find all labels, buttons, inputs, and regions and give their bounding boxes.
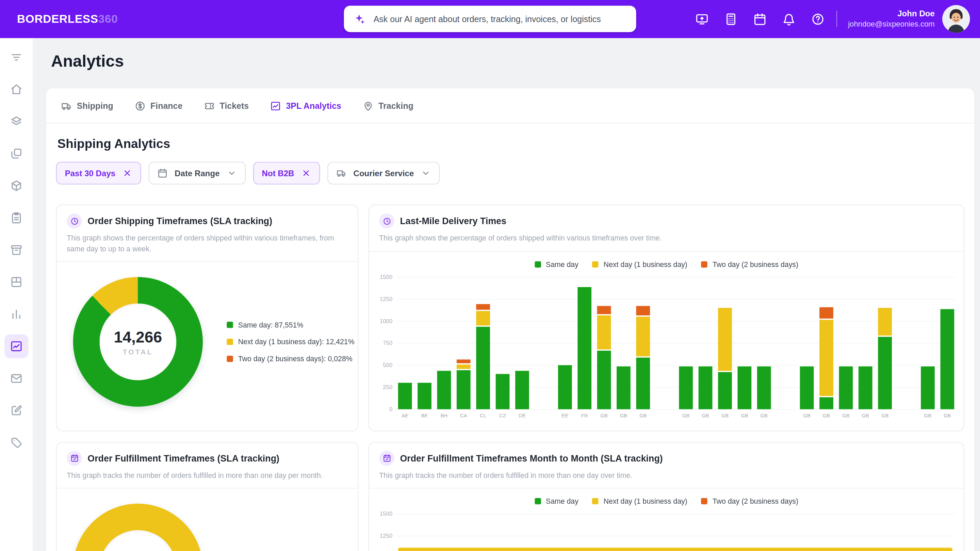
sidebar-item-line-chart[interactable] (5, 334, 28, 358)
brand-logo[interactable]: BORDERLESS360 (17, 12, 118, 25)
tab-tickets[interactable]: Tickets (204, 101, 249, 111)
bar-segment (597, 351, 611, 409)
legend-item[interactable]: Next day (1 business day) (592, 498, 687, 505)
legend-swatch (592, 261, 599, 268)
card-title: Order Fulfillment Timeframes (SLA tracki… (88, 453, 279, 463)
legend-item[interactable]: Two day (2 business days): 0,028% (227, 356, 354, 363)
bar-GB: GB (839, 367, 853, 409)
tab-3pl-analytics[interactable]: 3PL Analytics (270, 101, 341, 111)
bar-segment (819, 398, 833, 409)
bar-segment (578, 287, 592, 409)
ai-search-bar[interactable] (344, 6, 636, 32)
sidebar-item-mail[interactable] (5, 366, 28, 390)
legend-item[interactable]: Two day (2 business days) (701, 498, 798, 505)
legend-item[interactable]: Next day (1 business day): 12,421% (227, 338, 354, 346)
card-order-fulfillment-month-to-month: Order Fulfillment Timeframes Month to Mo… (369, 442, 964, 551)
legend-swatch (592, 498, 599, 505)
y-axis-tick: 500 (383, 362, 392, 368)
avatar[interactable] (942, 5, 970, 33)
bars: AEBEBHCACLCZDEEEFRGBGBGBGBGBGBGBGBGBGBGB… (398, 287, 956, 409)
filter-date-range[interactable]: Date Range (149, 162, 245, 185)
bar-BH: BH (437, 371, 451, 409)
chart-legend: Same dayNext day (1 business day)Two day… (374, 257, 959, 277)
x-axis-label: GB (682, 413, 689, 419)
legend-label: Two day (2 business days) (713, 498, 798, 505)
chip-close-button[interactable] (301, 168, 311, 178)
sidebar-item-home[interactable] (5, 78, 28, 102)
chip-chevron-down-button[interactable] (421, 168, 431, 178)
legend-item[interactable]: Same day: 87,551% (227, 321, 354, 329)
copy-stack-icon (10, 147, 23, 160)
filter-not-b2b[interactable]: Not B2B (253, 162, 320, 185)
line-chart-icon (10, 340, 23, 353)
x-axis-label: GB (823, 413, 830, 419)
filter-label: Not B2B (262, 168, 294, 178)
legend-item[interactable]: Same day (535, 498, 579, 505)
filters-row: Past 30 DaysDate RangeNot B2BCourier Ser… (56, 162, 964, 185)
x-axis-label: GB (741, 413, 748, 419)
sidebar-item-bar-chart[interactable] (5, 302, 28, 326)
sidebar-item-layers[interactable] (5, 110, 28, 133)
x-axis-label: GB (881, 413, 888, 419)
x-axis-label: GB (862, 413, 869, 419)
x-axis-label: GB (702, 413, 709, 419)
tab-shipping[interactable]: Shipping (61, 101, 113, 111)
screen-share-button[interactable] (695, 12, 709, 25)
legend-item[interactable]: Two day (2 business days) (701, 260, 798, 268)
filter-courier-service[interactable]: Courier Service (328, 162, 440, 185)
user-meta: John Doe johndoe@sixpeonies.com (848, 8, 935, 29)
tab-tracking[interactable]: Tracking (363, 101, 414, 111)
card-title: Order Shipping Timeframes (SLA tracking) (88, 216, 272, 226)
card-header: Last-Mile Delivery Times This graph show… (369, 205, 964, 251)
y-axis-tick: 1500 (380, 274, 392, 280)
ai-search-input[interactable] (372, 14, 627, 24)
legend-item[interactable]: Same day (535, 260, 579, 268)
tab-finance[interactable]: Finance (135, 101, 183, 111)
bar-segment (476, 305, 490, 310)
grid-line (397, 514, 956, 514)
bar-segment (718, 308, 732, 371)
chip-close-button[interactable] (123, 168, 133, 178)
help-circle-button[interactable] (811, 12, 825, 25)
x-axis-label: GB (943, 413, 951, 419)
bell-button[interactable] (783, 12, 796, 25)
donut-total-value: 14,266 (114, 328, 162, 346)
y-axis-tick: 1000 (380, 318, 392, 324)
y-axis-tick: 1250 (380, 295, 392, 302)
legend-label: Next day (1 business day): 12,421% (238, 338, 355, 346)
sidebar-item-shelf-grid[interactable] (5, 270, 28, 294)
grid-line (397, 409, 956, 410)
archive-box-icon (10, 243, 23, 256)
card-subtitle: This graph tracks the number of orders f… (67, 470, 348, 481)
calendar-button[interactable] (754, 12, 767, 25)
sidebar-item-tag[interactable] (5, 430, 28, 454)
legend-item[interactable]: Next day (1 business day) (592, 260, 687, 268)
sidebar-item-cube[interactable] (5, 174, 28, 198)
bar-GB: GB (757, 367, 771, 409)
y-axis-tick: 1250 (380, 533, 392, 540)
sidebar-item-clipboard-list[interactable] (5, 206, 28, 230)
sidebar-item-copy-stack[interactable] (5, 141, 28, 165)
bar-GB: GB (878, 308, 892, 409)
bell-icon (783, 12, 796, 25)
sidebar-item-filter-lines[interactable] (5, 45, 28, 69)
bar-chart-body: Same dayNext day (1 business day)Two day… (369, 252, 964, 430)
card-icon-badge (379, 451, 394, 465)
x-axis-label: GB (620, 413, 627, 419)
clock-icon (382, 217, 391, 225)
chip-leading-icon (337, 168, 347, 178)
sidebar-item-edit-square[interactable] (5, 399, 28, 422)
bar-segment (636, 306, 650, 316)
chip-chevron-down-button[interactable] (227, 168, 237, 178)
legend-swatch (227, 356, 233, 362)
x-axis-label: AE (401, 413, 408, 419)
filter-past-30-days[interactable]: Past 30 Days (56, 162, 141, 185)
calendar-icon (158, 168, 168, 178)
sidebar-item-archive-box[interactable] (5, 238, 28, 262)
tab-label: Finance (150, 102, 182, 111)
y-axis-tick: 0 (389, 406, 392, 412)
bar-GB: GB (859, 367, 872, 409)
layers-icon (10, 115, 23, 128)
bar-segment (757, 367, 771, 409)
calculator-button[interactable] (724, 12, 738, 25)
